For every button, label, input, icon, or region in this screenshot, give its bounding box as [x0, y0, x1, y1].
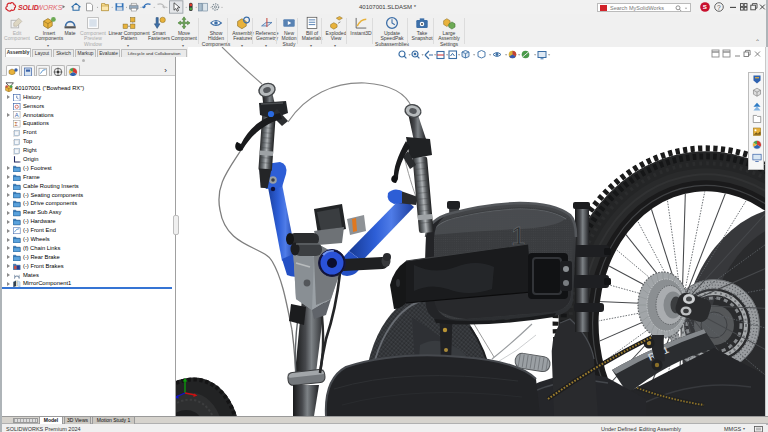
svg-text:S: S	[703, 3, 707, 10]
svg-text:?: ?	[717, 4, 721, 11]
svg-text:A: A	[15, 113, 19, 119]
svg-text:WORKS: WORKS	[37, 4, 63, 11]
